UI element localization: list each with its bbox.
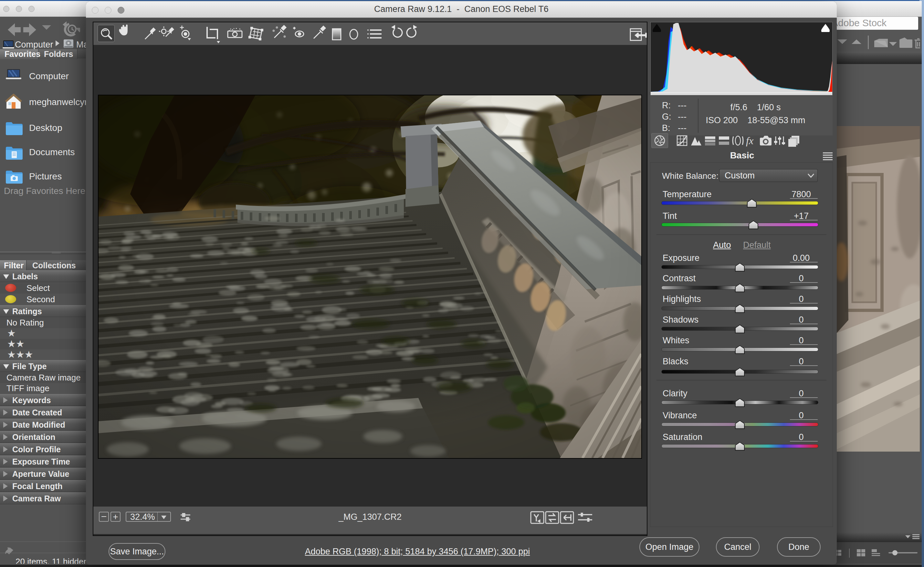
svg-text:fx: fx (746, 135, 753, 146)
